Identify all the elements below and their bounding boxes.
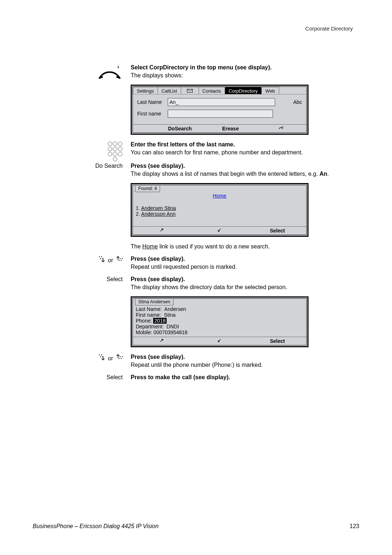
softkey-down-icon[interactable] bbox=[191, 339, 248, 344]
svg-point-17 bbox=[122, 356, 123, 357]
screen-results: Found: 4 Home 1. Andersen Stina 2. Ander… bbox=[131, 183, 309, 237]
tab-corpdirectory[interactable]: CorpDirectory bbox=[225, 87, 262, 94]
svg-point-4 bbox=[100, 258, 101, 259]
softkey-bar: DoSearch Erease bbox=[133, 124, 306, 133]
nav-up-icon bbox=[115, 257, 123, 263]
step7-label: Select bbox=[107, 374, 123, 380]
svg-point-7 bbox=[121, 260, 122, 261]
step1-title: Select CorpDirectory in the top menu (se… bbox=[131, 64, 359, 71]
tab-calllist[interactable]: CallList bbox=[158, 87, 181, 94]
envelope-icon bbox=[187, 88, 193, 94]
svg-point-11 bbox=[101, 355, 102, 356]
handset-icon: › bbox=[97, 64, 123, 82]
svg-text:›: › bbox=[117, 64, 119, 70]
page-number: 123 bbox=[350, 523, 359, 530]
nav-up-icon bbox=[115, 355, 123, 361]
running-head: Corporate Directory bbox=[33, 25, 353, 32]
detail-title: Stina Andersen bbox=[135, 299, 173, 305]
list-item[interactable]: 2. Andersson Ann bbox=[136, 211, 303, 217]
softkey-erease[interactable]: Erease bbox=[205, 126, 256, 131]
keypad-icon bbox=[107, 141, 123, 162]
detail-body: Last Name: Andersen First name: Stina Ph… bbox=[133, 305, 306, 337]
step5-desc: The display shows the directory data for… bbox=[131, 284, 359, 291]
first-name-input[interactable] bbox=[168, 110, 273, 118]
or-text: or bbox=[108, 257, 115, 263]
last-name-input[interactable]: An_ bbox=[168, 98, 275, 106]
step7-title: Press to make the call (see display). bbox=[131, 374, 359, 381]
footer-title: BusinessPhone – Ericsson Dialog 4425 IP … bbox=[33, 523, 159, 530]
tab-contacts[interactable]: Contacts bbox=[199, 87, 225, 94]
step5-title: Press (see display). bbox=[131, 276, 359, 283]
tabbar: Settings CallList Contacts CorpDirec bbox=[133, 87, 306, 94]
svg-point-10 bbox=[99, 355, 100, 356]
step6-desc: Repeat until the phone number (Phone:) i… bbox=[131, 362, 359, 368]
softkey-call-icon[interactable] bbox=[256, 126, 306, 131]
svg-point-15 bbox=[121, 358, 122, 359]
screen-search: Settings CallList Contacts CorpDirec bbox=[131, 85, 309, 135]
home-link[interactable]: Home bbox=[213, 193, 226, 199]
screen-detail: Stina Andersen Last Name: Andersen First… bbox=[131, 296, 309, 347]
last-name-label: Last Name bbox=[137, 99, 168, 105]
softkey-select[interactable]: Select bbox=[249, 338, 306, 344]
tab-settings[interactable]: Settings bbox=[133, 87, 158, 94]
nav-down-icon bbox=[98, 257, 108, 263]
step5-label: Select bbox=[107, 276, 123, 282]
step4-desc: Repeat until requested person is marked. bbox=[131, 264, 359, 270]
step3-label: Do Search bbox=[95, 163, 123, 169]
svg-point-6 bbox=[119, 260, 120, 261]
softkey-down-icon[interactable] bbox=[191, 228, 248, 234]
svg-point-8 bbox=[120, 258, 121, 259]
softkey-dosearch[interactable]: DoSearch bbox=[155, 126, 205, 131]
softkey-up-icon[interactable] bbox=[133, 339, 191, 344]
softkey-up-icon[interactable] bbox=[133, 228, 191, 234]
input-mode: Abc bbox=[293, 99, 302, 105]
tab-messages[interactable] bbox=[181, 87, 199, 94]
or-text: or bbox=[108, 355, 115, 361]
results-title: Found: 4 bbox=[135, 186, 160, 192]
step1-desc: The displays shows: bbox=[131, 72, 359, 79]
step3-desc: The display shows a list of names that b… bbox=[131, 171, 359, 177]
first-name-label: First name bbox=[137, 111, 168, 117]
softkey-select[interactable]: Select bbox=[249, 228, 306, 234]
svg-point-9 bbox=[122, 258, 123, 259]
svg-point-12 bbox=[100, 356, 101, 357]
svg-point-16 bbox=[120, 356, 121, 357]
phone-highlight[interactable]: 2018 bbox=[153, 318, 167, 324]
step3-title: Press (see display). bbox=[131, 163, 359, 169]
step2-desc: You can also search for first name, phon… bbox=[131, 149, 359, 156]
step4-title: Press (see display). bbox=[131, 256, 359, 262]
nav-down-icon bbox=[98, 355, 108, 361]
home-note: The Home link is used if you want to do … bbox=[131, 243, 359, 250]
step2-title: Enter the first letters of the last name… bbox=[131, 141, 359, 148]
svg-point-2 bbox=[99, 256, 100, 258]
list-item[interactable]: 1. Andersen Stina bbox=[136, 205, 303, 211]
svg-point-14 bbox=[119, 358, 120, 359]
svg-point-3 bbox=[101, 256, 102, 258]
tab-web[interactable]: Web bbox=[261, 87, 279, 94]
step6-title: Press (see display). bbox=[131, 354, 359, 360]
